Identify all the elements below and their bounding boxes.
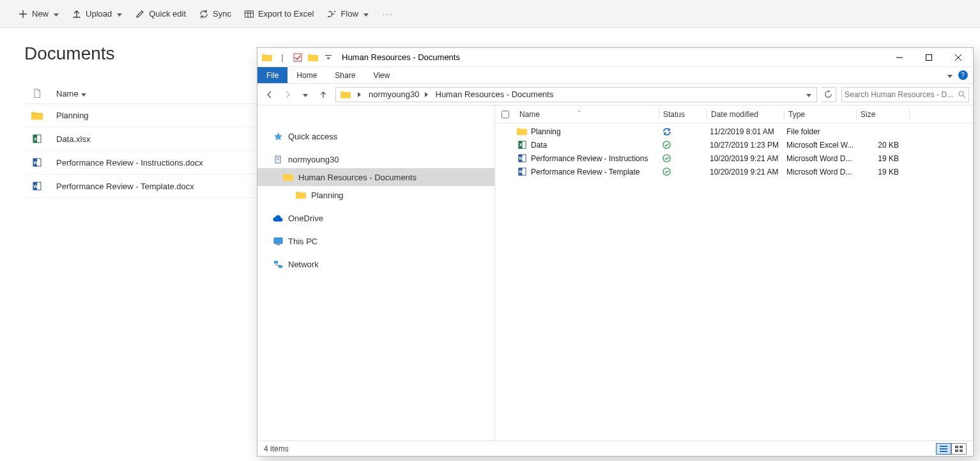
tree-planning[interactable]: Planning	[257, 186, 494, 204]
breadcrumb-dropdown-button[interactable]	[802, 90, 815, 99]
file-type: Microsoft Word D...	[783, 154, 854, 163]
word-file-icon: W	[517, 153, 527, 163]
ok-status-icon	[662, 154, 671, 162]
column-size[interactable]: Size	[857, 110, 909, 119]
breadcrumb-sep[interactable]	[354, 88, 365, 102]
quick-edit-button[interactable]: Quick edit	[130, 5, 191, 23]
file-date: 10/20/2019 9:21 AM	[706, 154, 783, 163]
svg-rect-12	[294, 54, 302, 61]
svg-rect-13	[325, 55, 332, 56]
tab-home[interactable]: Home	[287, 67, 326, 83]
file-row[interactable]: W Performance Review - Template 10/20/20…	[495, 165, 973, 178]
chevron-down-icon	[947, 70, 953, 80]
tree-network[interactable]: Network	[257, 255, 494, 273]
column-name-label: Name	[56, 89, 79, 98]
svg-text:W: W	[519, 169, 523, 174]
list-item[interactable]: W Performance Review - Instructions.docx	[24, 151, 261, 175]
item-count: 4 items	[264, 444, 289, 453]
up-button[interactable]	[315, 87, 332, 102]
excel-file-icon: X	[517, 140, 527, 150]
breadcrumb[interactable]: normyoung30 Human Resources - Documents	[335, 87, 817, 102]
list-header[interactable]: Name	[24, 83, 261, 104]
minimize-button[interactable]	[885, 48, 914, 67]
svg-rect-19	[279, 157, 280, 159]
chevron-down-icon	[303, 90, 308, 99]
expand-ribbon-button[interactable]	[944, 67, 956, 83]
excel-export-icon	[244, 9, 254, 19]
breadcrumb-segment[interactable]: Human Resources - Documents	[432, 88, 558, 102]
search-input[interactable]	[845, 90, 958, 99]
recent-locations-button[interactable]	[297, 87, 314, 102]
monitor-icon	[273, 236, 283, 246]
tree-label: normyoung30	[288, 155, 339, 164]
search-box[interactable]	[841, 87, 969, 102]
export-excel-button[interactable]: Export to Excel	[239, 5, 319, 23]
status-bar: 4 items	[257, 441, 973, 456]
sync-label: Sync	[213, 9, 231, 19]
chevron-down-icon	[117, 9, 122, 19]
tree-user[interactable]: normyoung30	[257, 150, 494, 168]
upload-label: Upload	[86, 9, 112, 19]
file-row[interactable]: Planning 11/2/2019 8:01 AM File folder	[495, 125, 973, 138]
tab-file[interactable]: File	[257, 67, 287, 83]
qat-customize-button[interactable]	[321, 51, 335, 65]
help-icon: ?	[958, 70, 968, 80]
tree-this-pc[interactable]: This PC	[257, 232, 494, 250]
file-row[interactable]: X Data 10/27/2019 1:23 PM Microsoft Exce…	[495, 138, 973, 152]
chevron-down-icon	[364, 9, 369, 19]
svg-rect-17	[275, 156, 280, 163]
title-bar: | Human Resources - Documents	[257, 48, 973, 67]
sync-button[interactable]: Sync	[194, 5, 236, 23]
list-item[interactable]: Planning	[24, 104, 261, 127]
tab-view[interactable]: View	[364, 67, 399, 83]
svg-rect-21	[279, 159, 280, 160]
close-button[interactable]	[944, 48, 973, 67]
list-item[interactable]: X Data.xlsx	[24, 127, 261, 151]
chevron-down-icon	[81, 89, 86, 98]
upload-button[interactable]: Upload	[66, 5, 127, 23]
folder-icon	[260, 51, 274, 65]
folder-icon	[517, 127, 527, 136]
maximize-button[interactable]	[914, 48, 944, 67]
chevron-down-icon	[806, 90, 811, 99]
tab-share[interactable]: Share	[326, 67, 364, 83]
new-button[interactable]: New	[13, 5, 64, 23]
forward-button[interactable]	[279, 87, 296, 102]
svg-rect-18	[277, 157, 278, 159]
window-title: Human Resources - Documents	[335, 52, 460, 62]
svg-text:W: W	[34, 184, 38, 189]
nav-bar: normyoung30 Human Resources - Documents	[257, 84, 973, 105]
column-date[interactable]: Date modified	[707, 110, 784, 119]
tree-label: Quick access	[288, 132, 337, 141]
file-name: Performance Review - Instructions	[528, 154, 659, 163]
sync-status-icon	[662, 127, 671, 136]
select-all-checkbox[interactable]	[501, 111, 509, 118]
file-name: Performance Review - Template.docx	[56, 182, 194, 191]
svg-rect-22	[274, 238, 282, 244]
large-icons-view-button[interactable]	[951, 443, 967, 455]
tree-hr-documents[interactable]: Human Resources - Documents	[257, 168, 494, 186]
qat-new-folder-button[interactable]	[306, 51, 320, 65]
tree-onedrive[interactable]: OneDrive	[257, 209, 494, 227]
column-status[interactable]: Status	[659, 110, 707, 119]
flow-button[interactable]: Flow	[321, 5, 373, 23]
more-button[interactable]: ···	[376, 5, 400, 22]
search-icon	[958, 90, 966, 98]
tree-quick-access[interactable]: Quick access	[257, 127, 494, 145]
onedrive-icon	[273, 213, 283, 223]
tree-label: Planning	[311, 191, 344, 200]
breadcrumb-segment[interactable]: normyoung30	[365, 88, 432, 102]
list-item[interactable]: W Performance Review - Template.docx	[24, 175, 261, 198]
column-type[interactable]: Type	[785, 110, 856, 119]
new-label: New	[32, 9, 49, 19]
back-button[interactable]	[261, 87, 278, 102]
file-row[interactable]: W Performance Review - Instructions 10/2…	[495, 152, 973, 165]
column-name[interactable]: Nameˆ	[516, 110, 659, 119]
file-name: Planning	[56, 111, 89, 120]
details-view-button[interactable]	[936, 443, 951, 455]
help-button[interactable]: ?	[956, 67, 969, 83]
qat-properties-button[interactable]	[291, 51, 305, 65]
folder-icon	[296, 190, 306, 200]
refresh-button[interactable]	[821, 87, 836, 102]
file-name: Planning	[528, 127, 659, 136]
